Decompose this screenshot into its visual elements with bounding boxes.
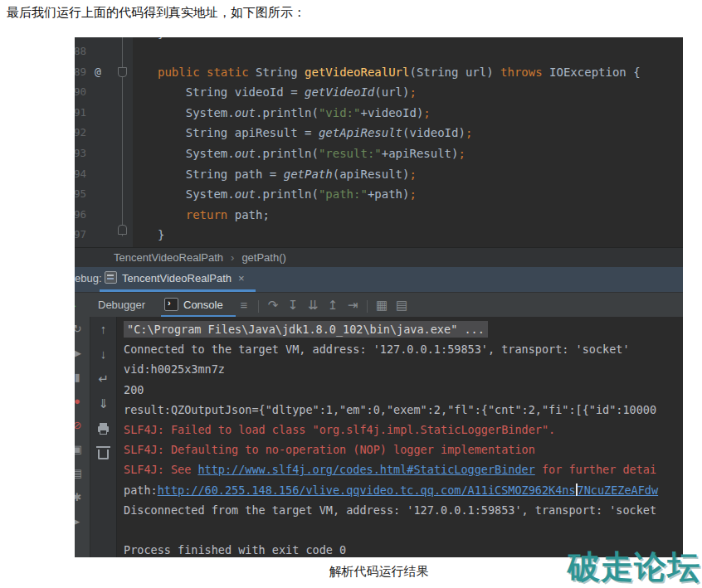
scroll-to-end-icon[interactable]: ⇓: [98, 396, 109, 411]
code-token: IOException {: [549, 66, 641, 79]
console-line: vid:h0025x3mn7z: [124, 359, 683, 379]
console-line: Disconnected from the target VM, address…: [124, 500, 683, 520]
code-line: return path;: [158, 205, 683, 226]
line-number: 91: [75, 103, 86, 124]
code-editor[interactable]: 8889@9091929394959697 } public static St…: [75, 37, 683, 247]
console-line: SLF4J: Defaulting to no-operation (NOP) …: [124, 440, 683, 459]
console-output[interactable]: "C:\Program Files\Java\jdk1.8.0_102\bin\…: [117, 317, 683, 557]
clipped-resume-icon[interactable]: ▶: [75, 293, 76, 318]
code-token: getVideoRealUrl: [305, 66, 409, 79]
code-token: +apiResult): [382, 147, 459, 160]
mute-breakpoints-icon[interactable]: ⊘: [75, 413, 87, 437]
intro-text: 最后我们运行上面的代码得到真实地址，如下图所示：: [7, 5, 305, 21]
watermark: 破走论坛: [568, 545, 700, 588]
toolbar-separator: [367, 300, 368, 313]
code-token: String apiResult =: [158, 126, 319, 139]
debug-tool-window-header: ebug: TencentVideoRealPath×: [75, 267, 683, 292]
resume-icon[interactable]: ▶: [75, 341, 87, 365]
step-out-icon[interactable]: ↥: [323, 293, 343, 318]
console-side-toolbar: ↑↓↵⇓: [90, 317, 117, 557]
pin-icon[interactable]: ▸: [75, 509, 87, 533]
line-number: 92: [75, 123, 86, 143]
console-text: SLF4J: Defaulting to no-operation (NOP) …: [124, 443, 535, 456]
debug-session-tab-label: TencentVideoRealPath: [122, 272, 232, 284]
code-token: "path:": [319, 187, 368, 201]
code-token: (apiResult): [333, 168, 410, 181]
close-icon[interactable]: ×: [238, 272, 245, 284]
console-text: for further detai: [535, 463, 656, 476]
line-number: 90: [75, 82, 86, 103]
code-line: [158, 41, 683, 62]
rerun-icon[interactable]: ↻: [75, 317, 87, 341]
fold-handle-start-icon[interactable]: [118, 67, 127, 77]
console-text: vid:h0025x3mn7z: [124, 362, 225, 376]
code-token: getPath: [284, 168, 333, 181]
breadcrumb-item[interactable]: getPath(): [241, 251, 285, 264]
console-line: Connected to the target VM, address: '12…: [124, 339, 683, 359]
code-token: out: [235, 187, 256, 201]
console-link[interactable]: http://www.slf4j.org/codes.html#StaticLo…: [197, 463, 534, 476]
view-breakpoints-icon[interactable]: ▣: [75, 437, 87, 461]
code-line: System.out.println("vid:"+videoId);: [158, 103, 683, 124]
use-soft-wraps-icon[interactable]: ↵: [98, 372, 109, 386]
code-line: String videoId = getVideoId(url);: [158, 82, 683, 103]
stop-icon[interactable]: ●: [75, 389, 87, 413]
console-link[interactable]: 7NcuZEZeAFdw: [578, 484, 659, 497]
console-text: "C:\Program Files\Java\jdk1.8.0_102\bin\…: [124, 321, 488, 338]
step-into-icon[interactable]: ↧: [283, 293, 303, 318]
code-token: "vid:": [319, 106, 361, 119]
console-text: 200: [124, 383, 144, 396]
evaluate-expression-icon[interactable]: ▦: [372, 293, 392, 318]
code-line: System.out.println("result:"+apiResult);: [158, 143, 683, 164]
code-token: .println(: [256, 187, 319, 201]
line-number: 93: [75, 143, 86, 164]
toolbar-separator: [258, 300, 259, 313]
console-text: SLF4J: See: [124, 463, 197, 476]
step-actions-toolbar: ≡↷↧⇊↥⇥▦▤: [234, 293, 412, 318]
run-configuration-icon: [105, 271, 117, 284]
settings-icon[interactable]: ✱: [75, 485, 87, 509]
clear-all-icon[interactable]: [98, 450, 109, 459]
line-number: 94: [75, 164, 86, 185]
page: 最后我们运行上面的代码得到真实地址，如下图所示： 8889@9091929394…: [0, 0, 702, 588]
code-token: ;: [423, 106, 430, 119]
code-token: +videoId): [360, 106, 423, 119]
code-token: (url): [374, 85, 409, 99]
debugger-view-toolbar: ▶ Debugger Console ≡↷↧⇊↥⇥▦▤: [75, 292, 683, 318]
console-line: "C:\Program Files\Java\jdk1.8.0_102\bin\…: [124, 319, 683, 339]
code-token: return: [186, 208, 235, 221]
debug-session-tab[interactable]: TencentVideoRealPath×: [105, 267, 245, 289]
annotation-marker-icon: @: [95, 62, 101, 83]
force-step-into-icon[interactable]: ⇊: [303, 293, 323, 318]
down-the-stack-trace-icon[interactable]: ↓: [100, 347, 107, 361]
step-over-icon[interactable]: ↷: [263, 293, 283, 318]
console-panel: ↻▶▮●⊘▣▤✱▸ ↑↓↵⇓ "C:\Program Files\Java\jd…: [75, 317, 683, 557]
layout-settings-icon[interactable]: ▤: [392, 293, 412, 318]
code-token: [158, 208, 186, 221]
breadcrumb-item[interactable]: TencentVideoRealPath: [114, 251, 223, 264]
line-number: 97: [75, 225, 86, 245]
console-text: SLF4J: Failed to load class "org.slf4j.i…: [124, 423, 555, 436]
code-token: String path =: [158, 168, 284, 181]
code-token: path;: [235, 208, 270, 221]
console-link[interactable]: http://60.255.148.156/vlive.qqvideo.tc.q…: [158, 484, 576, 497]
print-icon[interactable]: [98, 426, 109, 432]
code-token: ;: [458, 147, 465, 160]
console-line: SLF4J: See http://www.slf4j.org/codes.ht…: [124, 459, 683, 479]
line-number: 89: [75, 62, 86, 83]
code-token: +path): [368, 187, 410, 201]
code-token: out: [235, 106, 256, 119]
code-token: String: [256, 66, 305, 79]
more-options-icon[interactable]: ≡: [234, 293, 254, 318]
console-line: 200: [124, 380, 683, 400]
up-the-stack-trace-icon[interactable]: ↑: [100, 322, 107, 336]
run-to-cursor-icon[interactable]: ⇥: [343, 293, 363, 318]
console-line: SLF4J: Failed to load class "org.slf4j.i…: [124, 420, 683, 440]
pause-icon[interactable]: ▮: [75, 365, 87, 389]
restore-layout-icon[interactable]: ▤: [75, 461, 87, 485]
code-token: "result:": [319, 147, 382, 160]
tab-debugger[interactable]: Debugger: [98, 293, 145, 318]
code-token: getApiResult: [319, 126, 402, 139]
tab-console[interactable]: Console: [164, 293, 223, 318]
fold-handle-end-icon[interactable]: [118, 225, 127, 235]
